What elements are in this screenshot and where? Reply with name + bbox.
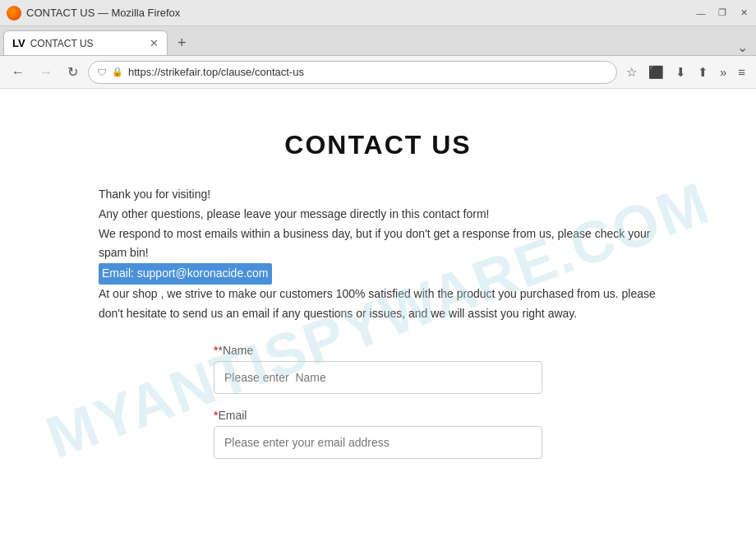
minimize-button[interactable]: — — [695, 7, 707, 19]
menu-button[interactable]: ≡ — [734, 63, 749, 81]
window-title: CONTACT US — Mozilla Firefox — [26, 7, 180, 19]
email-label-text: Email — [218, 409, 247, 422]
nav-bar: ← → ↻ 🛡 🔒 https://strikefair.top/clause/… — [0, 56, 756, 89]
pocket-button[interactable]: ⬛ — [644, 63, 668, 81]
tab-favicon: LV — [12, 37, 25, 49]
paragraph1: Thank you for visiting! — [99, 185, 657, 205]
page-inner: CONTACT US Thank you for visiting! Any o… — [0, 89, 756, 507]
tab-bar: LV CONTACT US ✕ + ⌄ — [0, 26, 756, 56]
share-button[interactable]: ⬆ — [694, 63, 712, 81]
page-heading: CONTACT US — [33, 130, 723, 160]
active-tab[interactable]: LV CONTACT US ✕ — [3, 30, 168, 55]
name-label: **Name — [214, 344, 542, 357]
back-button[interactable]: ← — [7, 63, 30, 81]
paragraph3: We respond to most emails within a busin… — [99, 225, 657, 264]
url-text: https://strikefair.top/clause/contact-us — [128, 66, 608, 78]
bookmark-button[interactable]: ☆ — [622, 63, 641, 81]
tab-close-button[interactable]: ✕ — [150, 37, 159, 49]
extensions-button[interactable]: » — [716, 63, 731, 81]
email-input[interactable] — [214, 426, 542, 459]
paragraph2: Any other questions, please leave your m… — [99, 205, 657, 225]
url-bar[interactable]: 🛡 🔒 https://strikefair.top/clause/contac… — [88, 61, 617, 84]
refresh-button[interactable]: ↻ — [62, 63, 83, 81]
close-button[interactable]: ✕ — [738, 7, 749, 19]
name-label-text: *Name — [218, 344, 253, 357]
firefox-icon — [7, 6, 21, 21]
page-content: MYANTISPYWARE.COM CONTACT US Thank you f… — [0, 89, 756, 551]
download-button[interactable]: ⬇ — [671, 63, 690, 81]
paragraph4: At our shop , we strive to make our cust… — [99, 285, 657, 324]
name-input[interactable] — [214, 361, 542, 394]
url-domain: strikefair.top — [160, 66, 218, 78]
email-paragraph: Email: support@koronacide.com — [99, 263, 657, 285]
url-protocol: https:// — [128, 66, 160, 78]
maximize-button[interactable]: ❐ — [717, 7, 728, 19]
email-field-label: *Email — [214, 409, 542, 422]
tab-label: CONTACT US — [30, 38, 141, 49]
shield-icon: 🛡 — [97, 67, 107, 78]
url-path: /clause/contact-us — [218, 66, 304, 78]
email-field-group: *Email — [214, 409, 542, 459]
lock-icon: 🔒 — [112, 67, 123, 77]
contact-form: **Name *Email — [214, 344, 542, 459]
contact-body: Thank you for visiting! Any other questi… — [99, 185, 657, 324]
new-tab-button[interactable]: + — [173, 30, 191, 55]
name-field-group: **Name — [214, 344, 542, 394]
nav-icons: ☆ ⬛ ⬇ ⬆ » ≡ — [622, 63, 749, 81]
forward-button[interactable]: → — [35, 63, 58, 81]
tab-list-button[interactable]: ⌄ — [732, 39, 753, 55]
email-highlight[interactable]: Email: support@koronacide.com — [99, 263, 272, 285]
title-bar: CONTACT US — Mozilla Firefox — ❐ ✕ — [0, 0, 756, 26]
